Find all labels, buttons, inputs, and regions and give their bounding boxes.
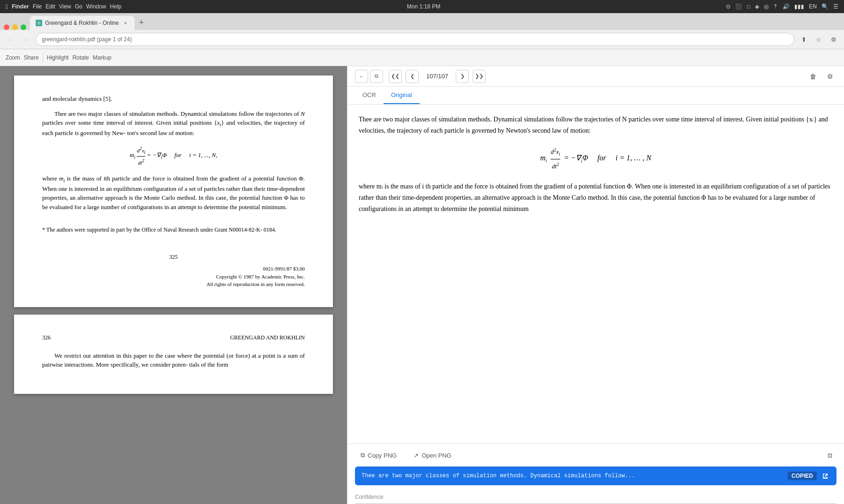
menu-item-view[interactable]: View	[59, 3, 71, 10]
rotate-tool[interactable]: Rotate	[72, 54, 89, 61]
tab-original[interactable]: Original	[384, 87, 420, 104]
ocr-equation: mi d2xi dt2 = −∇iΦ for i = 1, … , N	[359, 146, 833, 172]
ocr-para2: where mᵢ is the mass of i th particle an…	[359, 181, 833, 214]
next-single-button[interactable]: ❯	[456, 70, 469, 83]
copy-icon: ⧉	[375, 73, 378, 79]
battery-icon: ▮▮▮	[794, 3, 804, 10]
new-tab-button[interactable]: +	[135, 16, 148, 29]
pdf-para2: where mi is the mass of ith particle and…	[42, 174, 305, 211]
menu-item-go[interactable]: Go	[75, 3, 83, 10]
status-icon-3[interactable]: □	[747, 3, 750, 10]
volume-icon[interactable]: 🔊	[783, 3, 790, 10]
toolbar-separator	[43, 53, 43, 62]
tab-title: Greengard & Rokhlin - Online	[45, 20, 119, 26]
menu-item-edit[interactable]: Edit	[45, 3, 55, 10]
chevron-left2-icon: ❮	[395, 73, 399, 79]
chevron-left-icon: ❮	[391, 73, 395, 79]
close-window-button[interactable]	[4, 24, 9, 30]
ocr-tabs: OCR Original	[347, 87, 844, 105]
copy-png-button[interactable]: ⧉ Copy PNG	[355, 449, 402, 462]
menu-item-help[interactable]: Help	[110, 3, 121, 10]
macos-status-icons: ⊙ ⬛ □ ◈ ◎ ⇡ 🔊 ▮▮▮ EN 🔍 ☰	[726, 3, 838, 10]
browser-chrome: G Greengard & Rokhlin - Online × + ‹ › g…	[0, 13, 844, 49]
back-arrow-icon: ←	[359, 74, 364, 79]
trash-button[interactable]: 🗑	[806, 70, 820, 83]
copy-png-icon: ⧉	[361, 451, 365, 459]
tab-close-button[interactable]: ×	[121, 19, 129, 27]
prev-single-button[interactable]: ❮	[406, 70, 419, 83]
forward-button[interactable]: ›	[20, 33, 33, 46]
zoom-tool[interactable]: Zoom	[6, 54, 20, 61]
pdf-copyright: 0021-9991/87 $3.00 Copyright © 1987 by A…	[42, 265, 305, 288]
browser-toolbar-right: ⬆ ☆ ⚙	[797, 33, 840, 46]
search-icon[interactable]: 🔍	[821, 3, 829, 10]
back-navigation-button[interactable]: ←	[355, 70, 368, 83]
extensions-button[interactable]: ⚙	[827, 33, 840, 46]
pdf-page-number-1: 325	[42, 253, 305, 261]
fullscreen-window-button[interactable]	[21, 24, 26, 30]
chevron-right3-icon: ❯	[479, 73, 483, 79]
share-tool[interactable]: Share	[24, 54, 39, 61]
tab-favicon: G	[36, 20, 42, 26]
chevron-right-icon: ❯	[460, 73, 465, 79]
ocr-text-body: Thee are two major classes of simulation…	[359, 114, 833, 214]
ocr-action-bar: ⧉ Copy PNG ↗ Open PNG ⧈	[347, 444, 844, 466]
ocr-result-bar[interactable]: Thee are two major classes of simulation…	[355, 466, 836, 485]
chevron-right2-icon: ❯	[475, 73, 479, 79]
pdf-page2-header: 326 GREENGARD AND ROKHLIN	[42, 333, 305, 342]
tab-ocr[interactable]: OCR	[355, 87, 384, 104]
browser-tab-active[interactable]: G Greengard & Rokhlin - Online ×	[30, 16, 135, 30]
wifi-icon[interactable]: ⇡	[773, 3, 778, 10]
chevron-left3-icon: ❮	[410, 73, 414, 79]
markup-tool[interactable]: Markup	[93, 54, 112, 61]
highlight-tool[interactable]: Highlight	[47, 54, 69, 61]
pdf-page-2: 326 GREENGARD AND ROKHLIN We restrict ou…	[14, 315, 333, 394]
macos-left:  Finder File Edit View Go Window Help	[6, 3, 121, 10]
language-icon[interactable]: EN	[809, 3, 817, 10]
macos-clock: Mon 1:16 PM	[407, 3, 440, 10]
ocr-panel-header: ← ⧉ ❮ ❮ ❮ 107/107 ❯ ❯ ❯	[347, 66, 844, 87]
pdf-text-intro: and molecular dynamics [5].	[42, 94, 305, 104]
copy-panel-button[interactable]: ⧉	[370, 70, 383, 83]
pdf-para1: Thee are two major classes of simulation…	[42, 109, 305, 138]
open-png-button[interactable]: ↗ Open PNG	[408, 449, 457, 462]
ocr-result-area: Thee are two major classes of simulation…	[347, 466, 844, 491]
menu-item-window[interactable]: Window	[86, 3, 106, 10]
address-bar-row: ‹ › greengard-rokhlin.pdf (page 1 of 24)…	[0, 30, 844, 49]
bookmarks-button[interactable]: ☆	[812, 33, 825, 46]
tab-bar: G Greengard & Rokhlin - Online × +	[0, 13, 844, 30]
back-button[interactable]: ‹	[4, 33, 17, 46]
ocr-para1: Thee are two major classes of simulation…	[359, 114, 833, 136]
notification-icon[interactable]: ☰	[833, 3, 838, 10]
apple-menu[interactable]: 	[6, 3, 8, 10]
share-toolbar-button[interactable]: ⬆	[797, 33, 810, 46]
address-field[interactable]: greengard-rokhlin.pdf (page 1 of 24)	[36, 33, 794, 46]
main-content-area: and molecular dynamics [5]. Thee are two…	[0, 66, 844, 504]
prev-page-button[interactable]: ❮ ❮	[389, 70, 402, 83]
pdf-equation-1: mi d2xi dt2 = −∇iΦ for i = 1, ..., N,	[42, 145, 305, 166]
window-traffic-lights	[4, 24, 26, 30]
settings-panel-button[interactable]: ⚙	[823, 70, 836, 83]
address-text: greengard-rokhlin.pdf (page 1 of 24)	[42, 36, 132, 43]
status-icon-1[interactable]: ⊙	[726, 3, 731, 10]
status-icon-5[interactable]: ◎	[764, 3, 769, 10]
external-link-icon[interactable]	[821, 471, 830, 481]
status-icon-4[interactable]: ◈	[755, 3, 759, 10]
ocr-panel: ← ⧉ ❮ ❮ ❮ 107/107 ❯ ❯ ❯	[347, 66, 844, 504]
open-external-icon: ↗	[414, 452, 419, 459]
menu-item-finder[interactable]: Finder	[12, 3, 29, 10]
menu-item-file[interactable]: File	[33, 3, 42, 10]
ocr-content-area[interactable]: Thee are two major classes of simulation…	[347, 105, 844, 444]
macos-menubar:  Finder File Edit View Go Window Help M…	[0, 0, 844, 13]
ocr-navigation: ← ⧉	[355, 70, 383, 83]
ocr-filter-button[interactable]: ⧈	[823, 449, 836, 462]
pdf-viewer[interactable]: and molecular dynamics [5]. Thee are two…	[0, 66, 347, 504]
pdf-page2-para1: We restrict our attention in this paper …	[42, 351, 305, 369]
pdf-page-1: and molecular dynamics [5]. Thee are two…	[14, 75, 333, 307]
copied-badge: COPIED	[788, 472, 817, 480]
page-counter: 107/107	[422, 73, 452, 80]
next-page-button[interactable]: ❯ ❯	[473, 70, 486, 83]
status-icon-2[interactable]: ⬛	[735, 3, 742, 10]
minimize-window-button[interactable]	[12, 24, 18, 30]
pdf-toolbar: Zoom Share Highlight Rotate Markup	[0, 49, 844, 66]
